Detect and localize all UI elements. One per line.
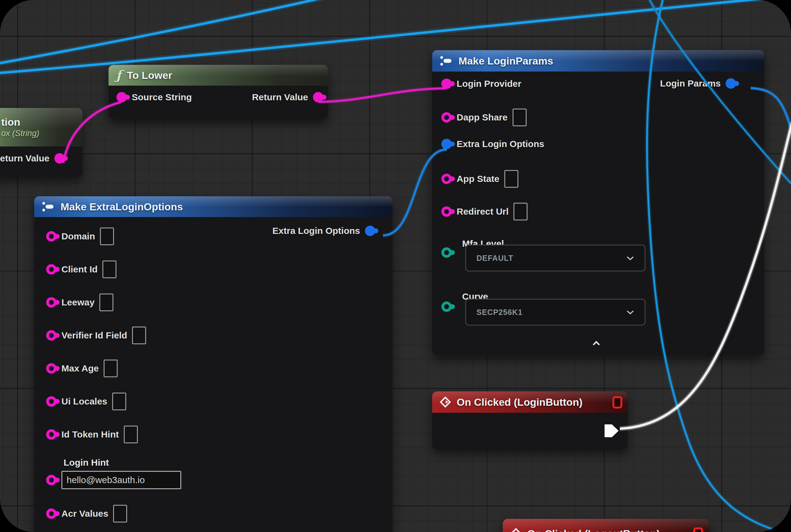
redirect-url-value-box[interactable] bbox=[514, 203, 527, 221]
verifier-id-field-pin[interactable] bbox=[46, 330, 57, 341]
pin-row-acr-values: Acr Values bbox=[46, 505, 127, 522]
pin-label: Domain bbox=[61, 231, 95, 242]
client-id-value-box[interactable] bbox=[102, 261, 116, 278]
ui-locales-value-box[interactable] bbox=[112, 393, 126, 410]
login-hint-label: Login Hint bbox=[63, 457, 109, 468]
partial-function-output-row: eturn Value bbox=[0, 153, 65, 164]
node-on-clicked-logout-header[interactable]: On Clicked (LogoutButton) bbox=[503, 519, 709, 532]
pin-label: Return Value bbox=[252, 92, 308, 102]
curve-dropdown[interactable]: SECP256K1 bbox=[465, 299, 645, 326]
ui-locales-pin[interactable] bbox=[46, 396, 57, 407]
pin-row-login-provider: Login Provider bbox=[441, 79, 521, 89]
leeway-value-box[interactable] bbox=[99, 293, 113, 311]
node-partial-function-header[interactable]: tion ox (String) bbox=[0, 108, 82, 147]
chevron-down-icon bbox=[626, 256, 634, 261]
node-on-clicked-logout-button[interactable]: On Clicked (LogoutButton) bbox=[503, 519, 709, 532]
app-state-pin[interactable] bbox=[441, 174, 452, 184]
curve-pin[interactable] bbox=[441, 302, 452, 312]
event-diamond-icon bbox=[440, 396, 451, 408]
pin-row-app-state: App State bbox=[441, 170, 518, 188]
node-title: Make ExtraLoginOptions bbox=[60, 201, 183, 213]
make-struct-icon bbox=[42, 201, 55, 213]
mfa-level-dropdown[interactable]: DEFAULT bbox=[465, 245, 645, 271]
login-params-out-pin[interactable] bbox=[726, 78, 736, 89]
max-age-pin[interactable] bbox=[46, 363, 57, 374]
verifier-id-field-value-box[interactable] bbox=[132, 326, 146, 344]
pin-label: App State bbox=[457, 174, 499, 184]
event-diamond-icon bbox=[510, 528, 522, 532]
pin-label: Extra Login Options bbox=[457, 139, 544, 149]
id-token-hint-pin[interactable] bbox=[46, 429, 57, 440]
node-title: Make LoginParams bbox=[459, 55, 553, 67]
dropdown-value: DEFAULT bbox=[477, 254, 513, 263]
return-value-pin[interactable] bbox=[54, 153, 65, 164]
pin-row-ui-locales: Ui Locales bbox=[46, 393, 126, 410]
wire-return-value-to-login-provider[interactable] bbox=[319, 88, 446, 102]
collapse-pins-button[interactable] bbox=[592, 341, 601, 347]
id-token-hint-value-box[interactable] bbox=[124, 425, 138, 443]
node-partial-function[interactable]: tion ox (String) bbox=[0, 108, 82, 177]
exec-out-pin[interactable] bbox=[604, 424, 619, 437]
node-on-clicked-login-button[interactable]: On Clicked (LoginButton) bbox=[432, 391, 628, 450]
max-age-value-box[interactable] bbox=[103, 360, 118, 377]
extra-login-options-in-pin[interactable] bbox=[441, 139, 452, 149]
redirect-url-pin[interactable] bbox=[441, 206, 452, 217]
pin-label: Source String bbox=[132, 92, 192, 102]
domain-pin[interactable] bbox=[46, 231, 57, 242]
pin-row-extra-login-options-in: Extra Login Options bbox=[441, 139, 544, 149]
chevron-down-icon bbox=[626, 310, 634, 315]
pin-row-leeway: Leeway bbox=[46, 293, 113, 311]
acr-values-value-box[interactable] bbox=[113, 505, 127, 522]
login-hint-input[interactable] bbox=[61, 471, 181, 489]
pin-row-client-id: Client Id bbox=[46, 261, 116, 278]
extra-login-options-out-pin[interactable] bbox=[365, 226, 375, 236]
pin-label: Id Token Hint bbox=[61, 429, 119, 440]
node-on-clicked-login-header[interactable]: On Clicked (LoginButton) bbox=[432, 391, 628, 413]
pin-row-redirect-url: Redirect Url bbox=[441, 203, 527, 221]
widget-bind-icon[interactable] bbox=[613, 396, 622, 408]
extra-login-options-output-row: Extra Login Options bbox=[272, 226, 375, 236]
node-subtitle: ox (String) bbox=[1, 129, 39, 138]
app-state-value-box[interactable] bbox=[504, 170, 518, 188]
leeway-pin[interactable] bbox=[46, 297, 57, 308]
node-title: On Clicked (LogoutButton) bbox=[527, 528, 660, 532]
login-provider-pin[interactable] bbox=[441, 79, 452, 89]
login-hint-pin[interactable] bbox=[46, 475, 57, 485]
make-struct-icon bbox=[440, 55, 453, 67]
pin-label: Login Params bbox=[660, 78, 721, 89]
pin-label: Leeway bbox=[61, 297, 94, 308]
return-value-pin[interactable] bbox=[313, 92, 323, 102]
node-title: On Clicked (LoginButton) bbox=[457, 396, 582, 408]
pin-row-verifier-id-field: Verifier Id Field bbox=[46, 326, 146, 344]
acr-values-pin[interactable] bbox=[46, 509, 57, 519]
dropdown-value: SECP256K1 bbox=[477, 308, 523, 317]
to-lower-output-row: Return Value bbox=[252, 92, 323, 102]
pin-row-mfa-level bbox=[441, 247, 452, 258]
client-id-pin[interactable] bbox=[46, 264, 57, 274]
widget-bind-icon[interactable] bbox=[693, 527, 703, 532]
wire-diagonal-blue-1[interactable] bbox=[0, 0, 333, 64]
node-title: To Lower bbox=[127, 70, 172, 81]
pin-row-domain: Domain bbox=[46, 227, 114, 245]
pin-label: Dapp Share bbox=[457, 112, 508, 122]
pin-label: Client Id bbox=[61, 264, 97, 274]
pin-label: Acr Values bbox=[61, 509, 108, 519]
pin-label: eturn Value bbox=[0, 153, 50, 164]
dapp-share-pin[interactable] bbox=[441, 112, 452, 122]
login-params-output-row: Login Params bbox=[660, 78, 736, 89]
pin-label: Extra Login Options bbox=[272, 226, 360, 236]
node-make-extra-login-options-header[interactable]: Make ExtraLoginOptions bbox=[34, 196, 392, 217]
node-to-lower-header[interactable]: ƒ To Lower bbox=[109, 65, 328, 86]
pin-row-login-hint bbox=[46, 471, 181, 489]
pin-row-dapp-share: Dapp Share bbox=[441, 109, 527, 126]
pin-label: Ui Locales bbox=[61, 396, 107, 407]
to-lower-input-row: Source String bbox=[116, 92, 192, 102]
source-string-pin[interactable] bbox=[116, 92, 127, 102]
blueprint-canvas[interactable]: tion ox (String) eturn Value ƒ To Lower … bbox=[0, 0, 791, 532]
dapp-share-value-box[interactable] bbox=[513, 109, 527, 126]
domain-value-box[interactable] bbox=[100, 227, 114, 245]
pin-label: Redirect Url bbox=[457, 206, 508, 217]
node-make-login-params-header[interactable]: Make LoginParams bbox=[432, 50, 764, 72]
mfa-level-pin[interactable] bbox=[441, 247, 452, 258]
pin-label: Login Provider bbox=[457, 79, 521, 89]
